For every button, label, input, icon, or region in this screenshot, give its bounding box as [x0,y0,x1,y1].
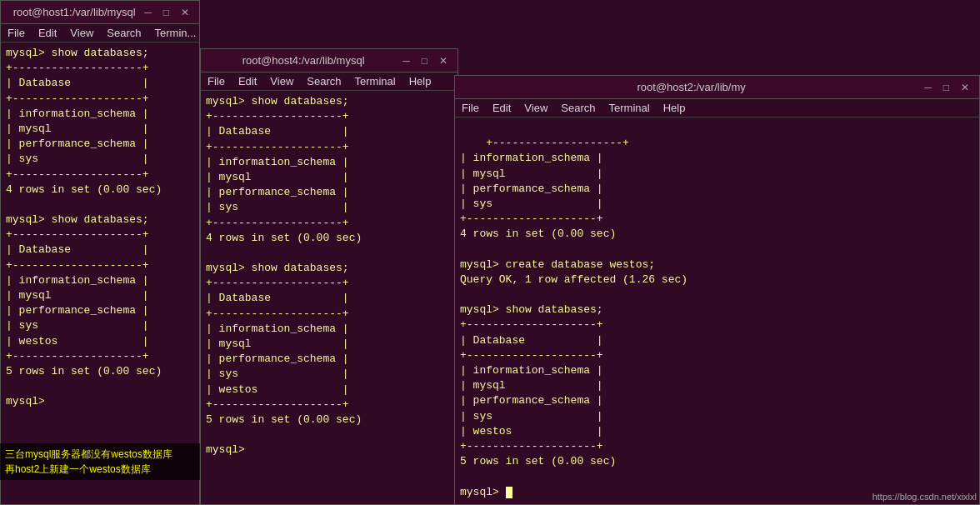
annotation-line1: 三台mysql服务器都没有westos数据库 [5,447,195,462]
menu-view-host1[interactable]: View [70,27,93,39]
close-btn-host2[interactable]: ✕ [958,82,972,93]
menu-view-host4[interactable]: View [270,75,293,88]
titlebar-host1: root@host1:/var/lib/mysql ─ □ ✕ [1,1,199,24]
menu-file-host4[interactable]: File [208,75,225,88]
minimize-btn-host4[interactable]: ─ [399,55,413,67]
window-controls-host2[interactable]: ─ □ ✕ [921,82,972,93]
maximize-btn-host2[interactable]: □ [940,82,952,93]
menu-edit-host1[interactable]: Edit [38,27,57,39]
menu-edit-host4[interactable]: Edit [238,75,257,88]
annotation-overlay: 三台mysql服务器都没有westos数据库 再host2上新建一个westos… [0,443,200,480]
menu-edit-host2[interactable]: Edit [492,102,511,114]
title-host2: root@host2:/var/lib/my [462,81,921,93]
url-bar: https://blog.csdn.net/xixlxl [872,492,977,502]
menu-file-host2[interactable]: File [462,102,479,114]
menubar-host2: File Edit View Search Terminal Help [455,99,979,118]
window-controls-host4[interactable]: ─ □ ✕ [399,55,451,67]
maximize-btn-host4[interactable]: □ [418,55,431,67]
terminal-cursor-host2 [506,487,512,498]
maximize-btn-host1[interactable]: □ [160,7,172,18]
menu-terminal-host4[interactable]: Terminal [355,75,396,88]
terminal-text-host2: +--------------------+ | information_sch… [460,137,688,498]
annotation-line2: 再host2上新建一个westos数据库 [5,462,195,477]
menu-search-host4[interactable]: Search [307,75,341,88]
menu-terminal-host1[interactable]: Termin... [155,27,197,39]
terminal-content-host2: +--------------------+ | information_sch… [455,118,979,504]
titlebar-host2: root@host2:/var/lib/my ─ □ ✕ [455,76,979,99]
menu-help-host4[interactable]: Help [409,75,432,88]
terminal-window-host4[interactable]: root@host4:/var/lib/mysql ─ □ ✕ File Edi… [200,48,458,505]
menu-view-host2[interactable]: View [524,102,548,114]
menubar-host1: File Edit View Search Termin... [1,24,199,42]
menu-file-host1[interactable]: File [8,27,25,39]
terminal-content-host4: mysql> show databases; +----------------… [201,91,458,504]
window-controls-host1[interactable]: ─ □ ✕ [141,7,192,18]
minimize-btn-host2[interactable]: ─ [921,82,935,93]
terminal-window-host2[interactable]: root@host2:/var/lib/my ─ □ ✕ File Edit V… [454,75,980,505]
close-btn-host1[interactable]: ✕ [178,7,192,18]
terminal-window-host1[interactable]: root@host1:/var/lib/mysql ─ □ ✕ File Edi… [0,0,200,505]
terminal-content-host1: mysql> show databases; +----------------… [1,42,199,504]
title-host1: root@host1:/var/lib/mysql [8,6,141,18]
menubar-host4: File Edit View Search Terminal Help [201,72,458,91]
title-host4: root@host4:/var/lib/mysql [208,54,399,67]
close-btn-host4[interactable]: ✕ [436,55,451,67]
menu-help-host2[interactable]: Help [663,102,686,114]
titlebar-host4: root@host4:/var/lib/mysql ─ □ ✕ [201,49,458,72]
minimize-btn-host1[interactable]: ─ [141,7,155,18]
menu-search-host2[interactable]: Search [561,102,595,114]
menu-search-host1[interactable]: Search [107,27,141,39]
menu-terminal-host2[interactable]: Terminal [609,102,650,114]
